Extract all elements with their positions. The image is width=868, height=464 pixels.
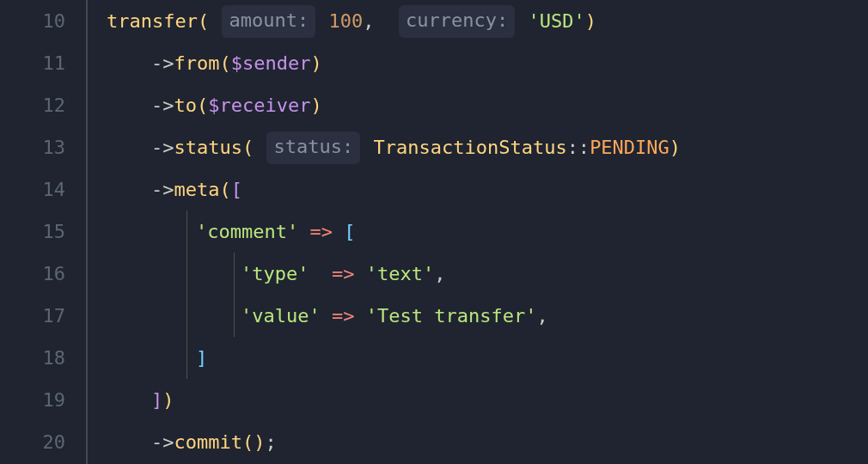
- bracket-open: [: [231, 179, 242, 200]
- line-number: 12: [0, 84, 65, 126]
- code-line[interactable]: ->from($sender): [107, 42, 868, 84]
- code-line[interactable]: ]: [107, 337, 868, 379]
- code-line[interactable]: 'value' => 'Test transfer',: [107, 295, 868, 337]
- arrow-operator: ->: [151, 52, 174, 74]
- paren-open: (: [198, 10, 209, 32]
- string-literal: 'text': [366, 263, 434, 284]
- code-line[interactable]: ->commit();: [107, 421, 868, 463]
- arrow-operator: ->: [151, 431, 174, 453]
- gutter-divider: [86, 0, 88, 464]
- paren-close: ): [162, 389, 174, 411]
- bracket-close: ]: [196, 347, 207, 369]
- paren-close: ): [254, 431, 265, 453]
- indent-guide: [186, 337, 187, 379]
- inlay-hint: currency:: [399, 5, 515, 38]
- bracket-close: ]: [151, 389, 162, 411]
- semicolon: ;: [265, 431, 276, 453]
- function-name: transfer: [107, 10, 198, 32]
- array-arrow: =>: [332, 263, 355, 284]
- paren-close: ): [669, 137, 681, 158]
- indent-guide: [234, 295, 235, 337]
- code-line[interactable]: 'type' => 'text',: [107, 253, 868, 295]
- indent-guide: [186, 211, 187, 253]
- line-number: 18: [0, 337, 65, 379]
- comma: ,: [434, 263, 445, 284]
- line-number: 11: [0, 42, 65, 84]
- line-number: 17: [0, 295, 65, 337]
- paren-open: (: [219, 179, 230, 200]
- code-line[interactable]: transfer( amount: 100, currency: 'USD'): [107, 0, 868, 42]
- array-key: 'value': [241, 305, 321, 327]
- array-key: 'comment': [196, 221, 298, 242]
- paren-close: ): [585, 10, 596, 32]
- code-area[interactable]: transfer( amount: 100, currency: 'USD') …: [86, 0, 868, 464]
- method-name: status: [174, 137, 242, 158]
- scope-operator: ::: [567, 137, 590, 158]
- line-number: 13: [0, 126, 65, 168]
- variable: $sender: [231, 52, 311, 74]
- indent-guide: [186, 295, 187, 337]
- inlay-hint: status:: [266, 131, 360, 164]
- variable: $receiver: [208, 95, 310, 116]
- line-number: 10: [0, 0, 65, 42]
- method-name: to: [174, 95, 198, 116]
- indent-guide: [186, 253, 187, 295]
- paren-close: ): [310, 52, 321, 74]
- comma: ,: [536, 305, 547, 327]
- code-editor[interactable]: 10 11 12 13 14 15 16 17 18 19 20 transfe…: [0, 0, 868, 464]
- paren-close: ): [310, 95, 321, 116]
- inlay-hint: amount:: [222, 5, 315, 38]
- code-line[interactable]: 'comment' => [: [107, 211, 868, 253]
- paren-open: (: [219, 52, 230, 74]
- array-key: 'type': [241, 263, 309, 284]
- array-arrow: =>: [309, 221, 333, 242]
- indent-guide: [234, 253, 235, 295]
- arrow-operator: ->: [151, 95, 174, 116]
- code-line[interactable]: ->meta([: [107, 168, 868, 211]
- line-number-gutter: 10 11 12 13 14 15 16 17 18 19 20: [0, 0, 86, 464]
- method-name: from: [174, 52, 220, 74]
- line-number: 14: [0, 168, 65, 211]
- code-line[interactable]: ->to($receiver): [107, 84, 868, 126]
- method-name: meta: [174, 179, 220, 200]
- paren-open: (: [197, 95, 208, 116]
- arrow-operator: ->: [151, 137, 174, 158]
- class-name: TransactionStatus: [373, 137, 566, 158]
- enum-member: PENDING: [590, 137, 669, 158]
- string-literal: 'USD': [528, 10, 584, 32]
- line-number: 16: [0, 253, 65, 295]
- array-arrow: =>: [332, 305, 355, 327]
- method-name: commit: [174, 431, 242, 453]
- line-number: 15: [0, 211, 65, 253]
- bracket-open: [: [344, 221, 355, 242]
- arrow-operator: ->: [151, 179, 174, 200]
- paren-open: (: [242, 137, 254, 158]
- line-number: 19: [0, 379, 65, 421]
- string-literal: 'Test transfer': [366, 305, 537, 327]
- comma: ,: [363, 10, 374, 32]
- number-literal: 100: [328, 10, 363, 32]
- line-number: 20: [0, 421, 65, 463]
- paren-open: (: [242, 431, 254, 453]
- code-line[interactable]: ]): [107, 379, 868, 421]
- code-line[interactable]: ->status( status: TransactionStatus::PEN…: [107, 126, 868, 168]
